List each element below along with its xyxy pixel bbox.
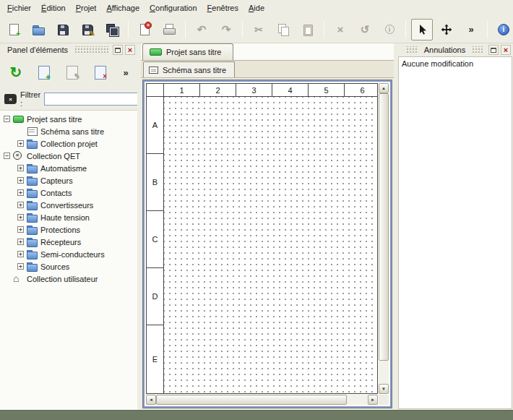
tree-item-label: Automatisme [40, 164, 87, 173]
menu-affichage[interactable]: Affichage [101, 1, 145, 14]
tree-expander[interactable]: + [17, 189, 24, 196]
tab-projet-sans-titre[interactable]: Projet sans titre [142, 43, 233, 60]
scroll-up-button[interactable]: ▲ [379, 83, 389, 93]
tree-protections[interactable]: + Protections [0, 223, 137, 236]
close-icon: × [128, 46, 132, 54]
redo-icon: ↷ [222, 24, 231, 35]
window-bottom-edge [0, 410, 513, 420]
tree-collection-projet[interactable]: + Collection projet [0, 137, 137, 150]
save-all-button[interactable] [101, 19, 123, 40]
menu-edition[interactable]: Édition [36, 1, 71, 14]
save-as-floppy-icon: ✎ [81, 23, 94, 36]
tree-expander[interactable]: − [4, 153, 10, 159]
tree-sources[interactable]: + Sources [0, 260, 137, 273]
open-folder-icon [32, 23, 45, 36]
about-button[interactable]: i [493, 19, 513, 40]
menu-fenetres[interactable]: Fenêtres [202, 1, 243, 14]
elements-panel-toolbar: ↻ + ✎ × » [0, 56, 137, 88]
float-dock-button[interactable] [488, 45, 499, 55]
elements-panel-titlebar[interactable]: Panel d'éléments × [0, 43, 137, 56]
column-header: 2 [200, 84, 236, 96]
select-mode-button[interactable] [411, 19, 433, 40]
horizontal-scroll-thumb[interactable] [156, 395, 347, 405]
schema-grid[interactable] [164, 97, 377, 393]
tree-expander[interactable]: + [17, 202, 24, 208]
close-project-button[interactable]: × [134, 19, 155, 40]
scroll-left-button[interactable]: ◄ [146, 395, 156, 405]
move-cross-icon [441, 24, 452, 35]
scroll-right-button[interactable]: ► [368, 395, 378, 405]
tree-expander[interactable]: + [17, 165, 24, 171]
project-icon [150, 48, 162, 56]
tree-recepteurs[interactable]: + Récepteurs [0, 236, 137, 248]
tree-expander[interactable]: + [17, 239, 24, 245]
panel-overflow-button[interactable]: » [120, 62, 132, 82]
clear-filter-icon[interactable]: × [4, 94, 17, 104]
close-dock-button[interactable]: × [125, 45, 135, 55]
redo-button[interactable]: ↷ [215, 19, 237, 40]
close-dock-button[interactable]: × [501, 45, 511, 55]
menu-configuration[interactable]: Configuration [145, 1, 202, 14]
clipboard-icon [301, 23, 314, 36]
save-as-button[interactable]: ✎ [77, 19, 98, 40]
paste-button[interactable] [297, 19, 319, 40]
folder-icon [27, 262, 38, 271]
filter-label: Filtrer : [20, 90, 40, 108]
element-info-button[interactable]: i [379, 19, 400, 40]
column-header: 5 [309, 84, 345, 96]
edit-element-button[interactable]: ✎ [62, 62, 82, 82]
print-button[interactable] [158, 19, 180, 40]
tree-collection-utilisateur[interactable]: ⌂ Collection utilisateur [0, 273, 137, 285]
menu-aide[interactable]: Aide [243, 1, 270, 14]
undo-button[interactable]: ↶ [191, 19, 212, 40]
tree-schema-sans-titre[interactable]: Schéma sans titre [0, 125, 137, 137]
tree-semi-conducteurs[interactable]: + Semi-conducteurs [0, 248, 137, 260]
tab-schema-sans-titre[interactable]: Schéma sans titre [143, 61, 235, 77]
tree-expander[interactable]: + [17, 226, 24, 233]
vertical-scrollbar[interactable]: ▲ ▼ [379, 83, 389, 394]
menu-projet[interactable]: Projet [71, 1, 102, 14]
horizontal-scrollbar[interactable]: ◄ ► [146, 395, 378, 405]
tree-capteurs[interactable]: + Capteurs [0, 174, 137, 187]
tree-expander[interactable]: + [17, 140, 24, 147]
copy-button[interactable] [272, 19, 294, 40]
tree-expander[interactable]: + [17, 177, 24, 184]
tree-item-label: Contacts [40, 189, 72, 197]
scroll-down-button[interactable]: ▼ [379, 384, 389, 394]
tree-projet-sans-titre[interactable]: − Projet sans titre [0, 113, 137, 125]
tree-automatisme[interactable]: + Automatisme [0, 162, 137, 174]
open-project-button[interactable] [27, 19, 49, 40]
column-header: 1 [164, 84, 200, 96]
tree-expander[interactable]: + [17, 214, 24, 220]
tree-expander[interactable]: + [17, 263, 24, 270]
filter-input[interactable] [44, 93, 152, 106]
about-info-icon: i [498, 24, 509, 35]
tree-convertisseurs[interactable]: + Convertisseurs [0, 199, 137, 211]
cursor-arrow-icon [416, 24, 428, 35]
save-button[interactable] [52, 19, 74, 40]
tree-expander[interactable]: − [4, 116, 10, 122]
horizontal-scroll-track[interactable] [156, 395, 368, 405]
delete-button[interactable]: × [329, 19, 351, 40]
float-dock-button[interactable] [113, 45, 123, 55]
qet-collection-icon: × [13, 151, 24, 160]
delete-element-button[interactable]: × [90, 62, 111, 82]
vertical-scroll-track[interactable] [379, 93, 389, 384]
new-element-button[interactable]: + [34, 62, 54, 82]
pan-mode-button[interactable] [436, 19, 457, 40]
rotate-button[interactable]: ↺ [354, 19, 376, 40]
vertical-scroll-thumb[interactable] [379, 93, 389, 361]
tree-expander[interactable]: + [17, 251, 24, 257]
tree-contacts[interactable]: + Contacts [0, 187, 137, 199]
tree-collection-qet[interactable]: − × Collection QET [0, 150, 137, 162]
undo-panel-titlebar[interactable]: Annulations × [397, 43, 513, 56]
dock-grip [74, 46, 108, 53]
toolbar-overflow-button[interactable]: » [460, 19, 482, 40]
reload-collections-button[interactable]: ↻ [6, 62, 26, 82]
tree-haute-tension[interactable]: + Haute tension [0, 211, 137, 223]
menu-fichier[interactable]: Fichier [2, 1, 36, 14]
new-project-button[interactable]: + [3, 19, 25, 40]
cut-button[interactable]: ✂ [248, 19, 270, 40]
dock-grip [405, 46, 418, 53]
schema-icon [149, 67, 158, 74]
